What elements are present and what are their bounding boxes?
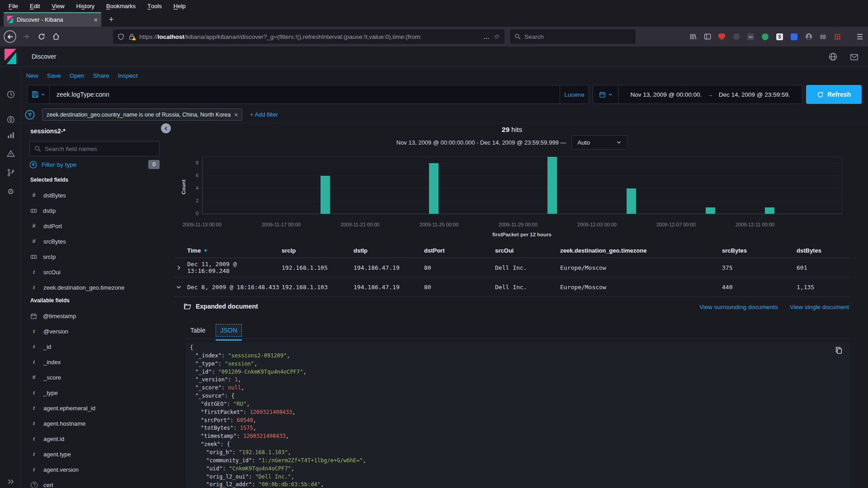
field-agent.hostname[interactable]: tagent.hostname <box>30 416 166 431</box>
field-agent.ephemeral_id[interactable]: tagent.ephemeral_id <box>30 400 166 416</box>
field-agent.version[interactable]: tagent.version <box>30 462 166 477</box>
menu-bookmarks[interactable]: Bookmarks <box>100 0 142 12</box>
branch-icon[interactable] <box>6 168 15 177</box>
lock-warning-icon[interactable] <box>128 33 135 40</box>
column-header-zeek.destination_geo.timezone[interactable]: zeek.destination_geo.timezone <box>560 247 722 254</box>
tab-close-icon[interactable]: × <box>94 16 98 23</box>
recent-clock-icon[interactable] <box>6 90 15 99</box>
collapse-row-icon[interactable] <box>174 282 183 291</box>
privacy-extension-icon[interactable] <box>761 33 769 41</box>
reload-icon[interactable] <box>35 30 48 43</box>
field-_type[interactable]: t_type <box>30 385 166 400</box>
chart-bar[interactable] <box>706 207 715 214</box>
overflow-menu-icon[interactable]: … <box>483 33 490 40</box>
new-tab-button[interactable]: + <box>105 14 117 25</box>
index-pattern-title[interactable]: sessions2-* <box>30 127 66 135</box>
view-single-link[interactable]: View single document <box>790 304 849 310</box>
filter-icon[interactable] <box>25 110 35 120</box>
field-_index[interactable]: t_index <box>30 354 166 370</box>
chart-bar[interactable] <box>429 163 439 214</box>
menu-edit[interactable]: Edit <box>24 0 46 12</box>
field-_id[interactable]: t_id <box>30 339 166 354</box>
tab-table[interactable]: Table <box>186 324 210 337</box>
chart-bar[interactable] <box>627 188 636 214</box>
interval-select[interactable]: Auto <box>571 135 627 150</box>
tab-json[interactable]: JSON <box>216 324 241 337</box>
column-header-dstIp[interactable]: dstIp <box>354 247 424 254</box>
browser-search-bar[interactable]: Search <box>510 29 636 44</box>
equalizer-extension-icon[interactable] <box>819 33 827 41</box>
chart-bar[interactable] <box>321 176 330 214</box>
filter-by-type-button[interactable]: Filter by type 0 <box>29 159 160 170</box>
shield-icon[interactable] <box>118 33 124 40</box>
account-icon[interactable] <box>805 33 812 41</box>
extension-icon-blue[interactable] <box>790 33 798 41</box>
field-cert[interactable]: ?cert <box>30 477 166 488</box>
kibana-logo[interactable] <box>5 49 16 64</box>
field-agent.type[interactable]: tagent.type <box>30 446 166 462</box>
nav-link-open[interactable]: Open <box>70 72 85 79</box>
menu-history[interactable]: History <box>71 0 100 12</box>
column-header-srcOui[interactable]: srcOui <box>495 247 560 254</box>
menu-icon[interactable]: ☰ <box>854 30 866 43</box>
column-header-dstBytes[interactable]: dstBytes <box>797 247 850 254</box>
nav-link-new[interactable]: New <box>26 72 38 79</box>
visualize-chart-icon[interactable] <box>6 131 15 139</box>
container-tabs-icon[interactable]: oo <box>747 33 755 41</box>
field-srcBytes[interactable]: #srcBytes <box>30 234 166 249</box>
column-header-dstPort[interactable]: dstPort <box>424 247 495 254</box>
nav-link-save[interactable]: Save <box>47 72 61 79</box>
field-@timestamp[interactable]: @timestamp <box>30 308 166 324</box>
stylus-extension-icon[interactable]: S <box>776 33 783 41</box>
grid-extension-icon[interactable] <box>834 33 841 41</box>
menu-file[interactable]: File <box>3 0 24 12</box>
extension-icon-dim[interactable] <box>732 33 740 41</box>
time-to[interactable]: Dec 14, 2009 @ 23:59:59. <box>719 91 790 98</box>
settings-gear-icon[interactable]: ⚙ <box>6 188 15 196</box>
browser-tab[interactable]: Discover - Kibana × <box>4 12 101 27</box>
saved-query-button[interactable] <box>28 85 50 103</box>
query-language-button[interactable]: Lucene <box>560 85 589 103</box>
url-bar[interactable]: https://localhost/kibana/app/kibana#/dis… <box>113 29 505 44</box>
field-agent.id[interactable]: tagent.id <box>30 431 166 446</box>
remove-filter-icon[interactable]: × <box>234 111 238 118</box>
field-srcOui[interactable]: tsrcOui <box>30 264 166 280</box>
bookmark-star-icon[interactable]: ☆ <box>494 33 500 41</box>
library-icon[interactable] <box>689 33 697 41</box>
refresh-button[interactable]: Refresh <box>806 85 862 104</box>
alerts-triangle-icon[interactable] <box>6 149 15 158</box>
column-header-srcIp[interactable]: srcIp <box>282 247 354 254</box>
menu-view[interactable]: View <box>46 0 70 12</box>
date-quick-select-button[interactable] <box>593 85 618 103</box>
filter-pill[interactable]: zeek.destination_geo.country_name is one… <box>42 108 242 121</box>
menu-tools[interactable]: Tools <box>142 0 168 12</box>
field-@version[interactable]: t@version <box>30 324 166 339</box>
menu-help[interactable]: Help <box>168 0 192 12</box>
copy-icon[interactable] <box>835 347 843 354</box>
chart-bar[interactable] <box>765 207 774 214</box>
home-icon[interactable] <box>50 30 62 43</box>
field-dstIp[interactable]: dstIp <box>30 203 166 218</box>
field-dstBytes[interactable]: #dstBytes <box>30 188 166 203</box>
nav-link-share[interactable]: Share <box>93 72 109 79</box>
add-filter-button[interactable]: + Add filter <box>250 111 278 118</box>
chart-bar[interactable] <box>547 157 557 214</box>
sidebar-toggle-icon[interactable] <box>703 33 711 41</box>
mail-icon[interactable] <box>850 53 859 61</box>
back-button[interactable] <box>4 30 16 43</box>
field-dstPort[interactable]: #dstPort <box>30 218 166 234</box>
ublock-icon[interactable] <box>718 33 726 41</box>
query-bar[interactable]: zeek.logType:conn Lucene <box>27 85 589 104</box>
field-zeek.destination_geo.timezone[interactable]: tzeek.destination_geo.timezone <box>30 280 166 295</box>
view-surrounding-link[interactable]: View surrounding documents <box>699 304 778 310</box>
field-_score[interactable]: #_score <box>30 370 166 385</box>
expand-row-icon[interactable] <box>174 263 183 272</box>
field-srcIp[interactable]: srcIp <box>30 249 166 264</box>
nav-link-inspect[interactable]: Inspect <box>118 72 138 79</box>
column-header-Time[interactable]: Time▼ <box>187 247 282 254</box>
field-search-input[interactable]: Search field names <box>29 141 160 156</box>
time-from[interactable]: Nov 13, 2009 @ 00:00:00. <box>630 91 702 98</box>
forward-button[interactable] <box>20 30 33 43</box>
query-input[interactable]: zeek.logType:conn <box>50 91 560 98</box>
expand-nav-icon[interactable] <box>6 477 15 486</box>
